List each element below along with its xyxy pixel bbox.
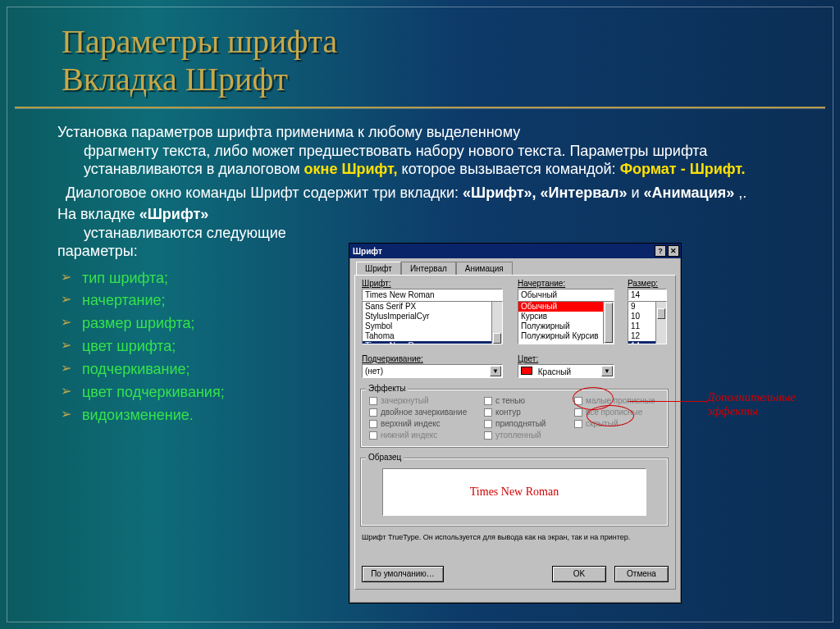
font-option[interactable]: Sans Serif PX [363,302,502,312]
p2-d: «Анимация» [644,185,735,201]
dialog-title: Шрифт [353,247,382,256]
sample-group: Образец Times New Roman [360,458,669,526]
p2-b: «Шрифт», «Интервал» [463,185,627,201]
effect-emboss[interactable]: приподнятый [484,419,546,428]
p1-line1: Установка параметров шрифта применима к … [57,124,520,140]
font-dialog: Шрифт ? ✕ Шрифт Интервал Анимация Шрифт:… [349,243,682,604]
effect-double-strike[interactable]: двойное зачеркивание [369,408,467,417]
font-input[interactable]: Times New Roman [362,289,503,301]
p3-a: На вкладке [57,206,139,222]
p1-highlight-a: окне Шрифт, [304,161,398,177]
dialog-titlebar[interactable]: Шрифт ? ✕ [349,244,681,258]
p2-c: и [631,185,643,201]
default-button[interactable]: По умолчанию… [362,566,444,582]
effects-caption: Эффекты [366,384,408,393]
font-option-selected[interactable]: Times New Roman [363,341,502,344]
style-label: Начертание: [518,279,565,288]
close-button[interactable]: ✕ [668,245,679,257]
help-button[interactable]: ? [655,245,666,257]
tab-interval[interactable]: Интервал [401,262,456,275]
callout-label: Дополнительные эффекты [707,390,822,418]
underline-label: Подчеркивание: [362,354,423,363]
effect-superscript[interactable]: верхний индекс [369,419,467,428]
callout-oval-2 [587,405,634,426]
size-scrollbar[interactable] [655,302,666,344]
paragraph-3: На вкладке «Шрифт» устанавливаются следу… [57,205,345,261]
style-option[interactable]: Полужирный [518,321,614,331]
cancel-button[interactable]: Отмена [614,566,669,582]
size-value: 14 [631,290,640,299]
p1-mid: которое вызывается командой: [402,161,620,177]
underline-dropdown[interactable]: (нет) ▼ [362,364,503,378]
style-option[interactable]: Курсив [518,312,614,321]
color-value: Красный [538,367,571,376]
font-option[interactable]: Tahoma [363,331,502,341]
title-line1: Параметры шрифта [62,23,337,60]
color-label: Цвет: [518,354,538,363]
p2-e: ,. [738,185,746,201]
p3-b: «Шрифт» [139,206,209,222]
tab-animation[interactable]: Анимация [456,262,513,275]
chevron-down-icon[interactable]: ▼ [601,366,613,376]
font-option[interactable]: StylusImperialCyr [363,312,502,321]
size-list[interactable]: 9 10 11 12 14 [628,301,667,344]
effect-subscript[interactable]: нижний индекс [369,431,467,440]
ok-button[interactable]: OK [552,566,606,582]
style-list[interactable]: Обычный Курсив Полужирный Полужирный Кур… [518,301,614,344]
font-scrollbar[interactable] [491,302,502,344]
paragraph-1: Установка параметров шрифта применима к … [57,123,817,179]
p2-a: Диалоговое окно команды Шрифт содержит т… [66,185,463,201]
style-input[interactable]: Обычный [518,289,614,301]
slide-title: Параметры шрифта Вкладка Шрифт [62,23,337,98]
tab-row: Шрифт Интервал Анимация [356,262,681,275]
p1-highlight-b: Формат - Шрифт. [620,161,746,177]
effect-strikethrough[interactable]: зачеркнутый [369,396,467,405]
style-value: Обычный [521,290,557,299]
sample-caption: Образец [366,453,404,462]
style-scrollbar[interactable] [603,302,614,344]
sample-text: Times New Roman [470,485,559,499]
effect-outline[interactable]: контур [484,408,546,417]
font-value: Times New Roman [365,290,435,299]
style-option-selected[interactable]: Обычный [518,302,614,312]
paragraph-2: Диалоговое окно команды Шрифт содержит т… [66,184,817,203]
sample-preview: Times New Roman [382,468,646,516]
tab-panel: Шрифт: Times New Roman Sans Serif PX Sty… [354,275,676,590]
font-label: Шрифт: [362,279,391,288]
font-option[interactable]: Symbol [363,321,502,331]
chevron-down-icon[interactable]: ▼ [490,366,501,376]
color-chip-icon [521,367,532,375]
style-option[interactable]: Полужирный Курсив [518,331,614,341]
callout-connector [628,401,705,402]
underline-value: (нет) [365,367,383,376]
p3-c: устанавливаются следующие параметры: [57,225,286,260]
tab-font[interactable]: Шрифт [356,262,401,275]
title-divider [15,107,825,109]
color-dropdown[interactable]: Красный ▼ [518,364,614,378]
size-label: Размер: [628,279,658,288]
effect-shadow[interactable]: с тенью [484,396,546,405]
title-line2: Вкладка Шрифт [62,61,288,98]
effect-engrave[interactable]: утопленный [484,431,546,440]
font-list[interactable]: Sans Serif PX StylusImperialCyr Symbol T… [362,301,503,344]
hint-text: Шрифт TrueType. Он используется для выво… [362,533,669,541]
size-input[interactable]: 14 [628,289,667,301]
